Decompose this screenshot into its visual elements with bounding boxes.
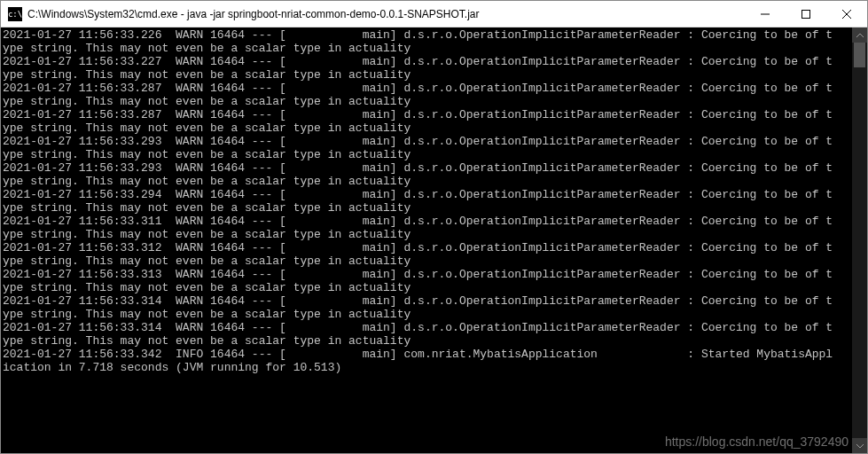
- scroll-down-button[interactable]: [852, 438, 867, 453]
- minimize-icon: [761, 10, 770, 19]
- titlebar[interactable]: c:\ C:\Windows\System32\cmd.exe - java -…: [1, 1, 867, 27]
- console-area: 2021-01-27 11:56:33.226 WARN 16464 --- […: [1, 27, 867, 453]
- log-line: 2021-01-27 11:56:33.311 WARN 16464 --- […: [3, 215, 850, 228]
- log-line: 2021-01-27 11:56:33.227 WARN 16464 --- […: [3, 55, 850, 68]
- log-line: ype string. This may not even be a scala…: [3, 281, 850, 294]
- close-icon: [842, 10, 851, 19]
- log-line: 2021-01-27 11:56:33.314 WARN 16464 --- […: [3, 294, 850, 308]
- log-line: 2021-01-27 11:56:33.314 WARN 16464 --- […: [3, 321, 850, 334]
- log-line: 2021-01-27 11:56:33.342 INFO 16464 --- […: [3, 348, 850, 361]
- chevron-up-icon: [856, 33, 864, 38]
- log-line: ype string. This may not even be a scala…: [3, 148, 850, 161]
- log-line: ype string. This may not even be a scala…: [3, 254, 850, 268]
- vertical-scrollbar[interactable]: [852, 27, 867, 453]
- scroll-up-button[interactable]: [852, 27, 867, 43]
- log-line: ype string. This may not even be a scala…: [3, 95, 850, 108]
- minimize-button[interactable]: [745, 1, 786, 27]
- chevron-down-icon: [856, 443, 864, 449]
- cmd-icon: c:\: [8, 7, 22, 21]
- scroll-thumb[interactable]: [854, 43, 865, 67]
- log-line: ication in 7.718 seconds (JVM running fo…: [3, 361, 850, 374]
- log-line: ype string. This may not even be a scala…: [3, 42, 850, 55]
- log-line: ype string. This may not even be a scala…: [3, 68, 850, 82]
- window-title: C:\Windows\System32\cmd.exe - java -jar …: [27, 8, 745, 20]
- log-line: ype string. This may not even be a scala…: [3, 228, 850, 241]
- log-line: 2021-01-27 11:56:33.287 WARN 16464 --- […: [3, 82, 850, 95]
- svg-rect-1: [802, 10, 810, 18]
- cmd-window: c:\ C:\Windows\System32\cmd.exe - java -…: [0, 0, 868, 454]
- log-line: ype string. This may not even be a scala…: [3, 308, 850, 321]
- scroll-track[interactable]: [852, 43, 867, 438]
- log-line: 2021-01-27 11:56:33.287 WARN 16464 --- […: [3, 108, 850, 121]
- log-line: 2021-01-27 11:56:33.313 WARN 16464 --- […: [3, 268, 850, 281]
- log-line: 2021-01-27 11:56:33.293 WARN 16464 --- […: [3, 161, 850, 175]
- maximize-icon: [802, 10, 810, 19]
- log-line: 2021-01-27 11:56:33.294 WARN 16464 --- […: [3, 188, 850, 201]
- console-output[interactable]: 2021-01-27 11:56:33.226 WARN 16464 --- […: [1, 27, 852, 453]
- window-controls: [745, 1, 867, 27]
- log-line: 2021-01-27 11:56:33.226 WARN 16464 --- […: [3, 28, 850, 42]
- log-line: 2021-01-27 11:56:33.312 WARN 16464 --- […: [3, 241, 850, 254]
- log-line: ype string. This may not even be a scala…: [3, 201, 850, 215]
- maximize-button[interactable]: [786, 1, 826, 27]
- log-line: ype string. This may not even be a scala…: [3, 121, 850, 135]
- log-line: ype string. This may not even be a scala…: [3, 175, 850, 188]
- close-button[interactable]: [826, 1, 867, 27]
- log-line: 2021-01-27 11:56:33.293 WARN 16464 --- […: [3, 135, 850, 148]
- log-line: ype string. This may not even be a scala…: [3, 334, 850, 348]
